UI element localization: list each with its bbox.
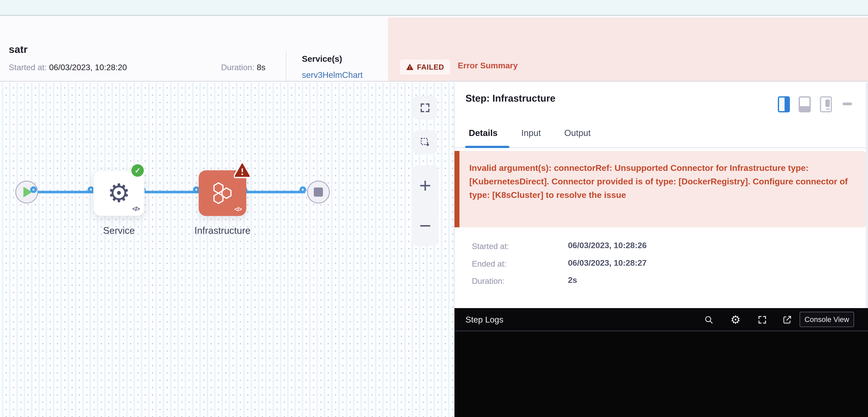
active-tab-indicator bbox=[465, 146, 509, 148]
detail-label: Duration: bbox=[472, 276, 505, 285]
canvas-fullscreen-button[interactable] bbox=[413, 96, 437, 120]
hexagons-icon bbox=[209, 179, 236, 207]
canvas-zoom-controls: + − bbox=[412, 165, 438, 246]
minimize-panel-icon[interactable] bbox=[843, 103, 852, 105]
panel-scrollbar[interactable] bbox=[866, 82, 868, 308]
service-link[interactable]: serv3HelmChart bbox=[302, 70, 363, 80]
right-pane-layout-icon[interactable] bbox=[778, 96, 790, 112]
zoom-in-button[interactable]: + bbox=[412, 165, 438, 206]
detail-value: 06/03/2023, 10:28:26 bbox=[568, 241, 787, 250]
execution-header: satr Started at: 06/03/2023, 10:28:20 Du… bbox=[0, 18, 868, 82]
pipeline-name: satr bbox=[9, 43, 28, 55]
edge-infrastructure-to-end bbox=[246, 191, 305, 193]
end-node[interactable] bbox=[307, 181, 330, 203]
bottom-pane-layout-icon[interactable] bbox=[799, 96, 811, 112]
tab-output[interactable]: Output bbox=[564, 128, 591, 138]
warning-triangle-icon bbox=[406, 63, 414, 71]
fullscreen-icon bbox=[420, 102, 431, 113]
duration-label: Duration: bbox=[221, 63, 254, 72]
error-summary-link[interactable]: Error Summary bbox=[458, 61, 518, 70]
search-icon bbox=[704, 315, 714, 325]
status-badge: FAILED bbox=[400, 59, 450, 75]
pipeline-canvas[interactable]: ⚙ </> ✓ Service </> Infrastructure bbox=[0, 82, 454, 417]
gear-icon: ⚙ bbox=[107, 180, 130, 206]
code-icon: </> bbox=[132, 205, 140, 212]
step-logs-title: Step Logs bbox=[465, 315, 503, 324]
started-at-row: Started at: 06/03/2023, 10:28:20 bbox=[9, 63, 127, 72]
status-badge-label: FAILED bbox=[417, 63, 444, 71]
tab-input[interactable]: Input bbox=[521, 128, 541, 138]
logs-settings-button[interactable]: ⚙ bbox=[730, 314, 741, 325]
detail-value: 06/03/2023, 10:28:27 bbox=[568, 258, 787, 268]
logs-fullscreen-button[interactable] bbox=[757, 314, 768, 325]
code-icon: </> bbox=[235, 206, 242, 213]
service-step-node[interactable]: ⚙ </> bbox=[93, 170, 145, 216]
started-at-value: 06/03/2023, 10:28:20 bbox=[47, 63, 127, 72]
step-logs-panel: Step Logs ⚙ Console View bbox=[455, 308, 868, 417]
step-panel-title: Step: Infrastructure bbox=[465, 93, 556, 104]
tabs-divider bbox=[455, 147, 868, 148]
logs-body[interactable] bbox=[455, 332, 868, 417]
service-node-label: Service bbox=[93, 225, 145, 236]
success-check-icon: ✓ bbox=[131, 164, 144, 177]
top-strip bbox=[0, 0, 868, 16]
stop-icon bbox=[314, 187, 323, 197]
pipeline-execution-page: satr Started at: 06/03/2023, 10:28:20 Du… bbox=[0, 0, 868, 417]
fullscreen-icon bbox=[757, 315, 767, 325]
error-message-box: Invalid argument(s): connectorRef: Unsup… bbox=[455, 151, 867, 227]
port bbox=[300, 186, 306, 193]
services-label: Service(s) bbox=[302, 54, 342, 64]
error-message-text: Invalid argument(s): connectorRef: Unsup… bbox=[469, 161, 849, 202]
detail-row-duration: Duration: 2s bbox=[472, 276, 505, 286]
port bbox=[30, 186, 37, 193]
detail-label: Started at: bbox=[472, 242, 509, 251]
console-view-label: Console View bbox=[805, 315, 849, 324]
duration-value: 8s bbox=[254, 63, 266, 72]
zoom-out-button[interactable]: − bbox=[412, 206, 438, 246]
canvas-select-button[interactable] bbox=[413, 130, 437, 154]
detail-row-started: Started at: 06/03/2023, 10:28:26 bbox=[472, 242, 509, 251]
header-divider bbox=[286, 50, 286, 82]
infrastructure-node-label: Infrastructure bbox=[193, 225, 252, 236]
edge-start-to-service bbox=[36, 191, 93, 193]
logs-search-button[interactable] bbox=[703, 314, 714, 325]
marquee-select-icon bbox=[420, 137, 431, 148]
external-link-icon bbox=[782, 315, 792, 325]
edge-service-to-infrastructure bbox=[145, 191, 199, 193]
console-view-button[interactable]: Console View bbox=[800, 312, 854, 327]
failure-warning-icon bbox=[234, 163, 251, 178]
duration-row: Duration: 8s bbox=[221, 63, 266, 72]
logs-open-external-button[interactable] bbox=[782, 314, 793, 325]
detail-value: 2s bbox=[568, 275, 787, 285]
step-details-panel: Step: Infrastructure Details Input Outpu… bbox=[454, 82, 868, 417]
tab-details[interactable]: Details bbox=[469, 128, 497, 138]
started-at-label: Started at: bbox=[9, 63, 47, 72]
floating-pane-layout-icon[interactable] bbox=[820, 96, 832, 112]
detail-row-ended: Ended at: 06/03/2023, 10:28:27 bbox=[472, 259, 506, 269]
detail-label: Ended at: bbox=[472, 259, 506, 268]
gear-icon: ⚙ bbox=[731, 314, 741, 325]
status-section bbox=[388, 18, 868, 81]
